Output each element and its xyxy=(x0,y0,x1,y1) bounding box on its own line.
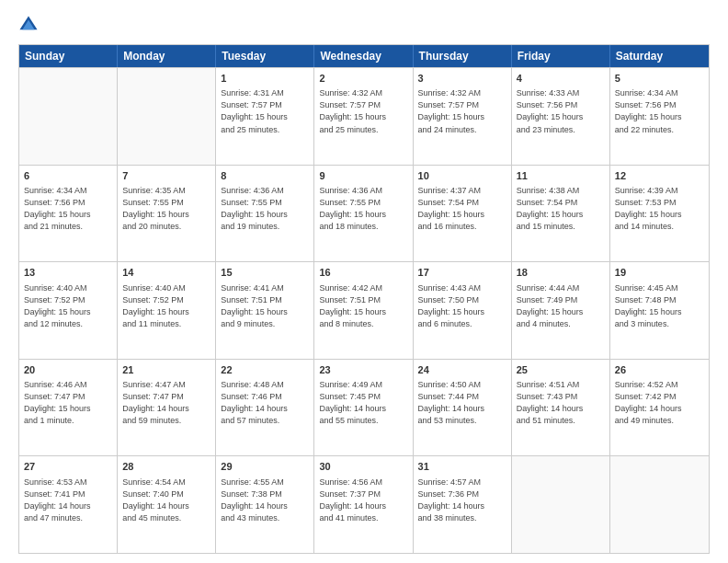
day-detail: Sunrise: 4:52 AMSunset: 7:42 PMDaylight:… xyxy=(615,379,704,427)
day-detail: Sunrise: 4:53 AMSunset: 7:41 PMDaylight:… xyxy=(24,477,112,524)
header-friday: Friday xyxy=(512,45,610,67)
date-number: 2 xyxy=(319,72,407,86)
date-number: 14 xyxy=(122,266,210,280)
day-detail: Sunrise: 4:48 AMSunset: 7:46 PMDaylight:… xyxy=(221,379,309,427)
calendar-day-17: 17Sunrise: 4:43 AMSunset: 7:50 PMDayligh… xyxy=(414,262,512,359)
calendar-week-5: 27Sunrise: 4:53 AMSunset: 7:41 PMDayligh… xyxy=(19,455,709,553)
day-detail: Sunrise: 4:41 AMSunset: 7:51 PMDaylight:… xyxy=(221,282,309,330)
calendar-day-24: 24Sunrise: 4:50 AMSunset: 7:44 PMDayligh… xyxy=(414,360,512,456)
date-number: 20 xyxy=(24,363,112,377)
calendar-day-29: 29Sunrise: 4:55 AMSunset: 7:38 PMDayligh… xyxy=(216,456,314,553)
calendar-day-27: 27Sunrise: 4:53 AMSunset: 7:41 PMDayligh… xyxy=(19,456,118,553)
calendar-day-6: 6Sunrise: 4:34 AMSunset: 7:56 PMDaylight… xyxy=(19,166,118,262)
day-detail: Sunrise: 4:43 AMSunset: 7:50 PMDaylight:… xyxy=(418,282,506,330)
day-detail: Sunrise: 4:36 AMSunset: 7:55 PMDaylight:… xyxy=(319,185,407,233)
date-number: 25 xyxy=(517,363,605,377)
calendar-week-3: 13Sunrise: 4:40 AMSunset: 7:52 PMDayligh… xyxy=(19,261,709,359)
day-detail: Sunrise: 4:32 AMSunset: 7:57 PMDaylight:… xyxy=(319,87,407,135)
date-number: 10 xyxy=(418,169,506,183)
logo xyxy=(18,15,44,35)
calendar-day-31: 31Sunrise: 4:57 AMSunset: 7:36 PMDayligh… xyxy=(414,456,512,553)
calendar-day-7: 7Sunrise: 4:35 AMSunset: 7:55 PMDaylight… xyxy=(118,166,216,262)
calendar-day-26: 26Sunrise: 4:52 AMSunset: 7:42 PMDayligh… xyxy=(610,360,709,456)
calendar-day-30: 30Sunrise: 4:56 AMSunset: 7:37 PMDayligh… xyxy=(314,456,413,553)
calendar-empty-cell xyxy=(118,68,216,165)
calendar-day-22: 22Sunrise: 4:48 AMSunset: 7:46 PMDayligh… xyxy=(216,360,314,456)
date-number: 13 xyxy=(24,266,112,280)
day-detail: Sunrise: 4:49 AMSunset: 7:45 PMDaylight:… xyxy=(319,379,407,427)
date-number: 3 xyxy=(418,72,506,86)
day-detail: Sunrise: 4:45 AMSunset: 7:48 PMDaylight:… xyxy=(615,282,704,330)
day-detail: Sunrise: 4:32 AMSunset: 7:57 PMDaylight:… xyxy=(418,87,506,135)
day-detail: Sunrise: 4:34 AMSunset: 7:56 PMDaylight:… xyxy=(615,87,704,135)
date-number: 12 xyxy=(615,169,704,183)
calendar: SundayMondayTuesdayWednesdayThursdayFrid… xyxy=(18,44,710,554)
date-number: 8 xyxy=(221,169,309,183)
calendar-day-20: 20Sunrise: 4:46 AMSunset: 7:47 PMDayligh… xyxy=(19,360,118,456)
header-wednesday: Wednesday xyxy=(314,45,413,67)
day-detail: Sunrise: 4:33 AMSunset: 7:56 PMDaylight:… xyxy=(517,87,605,135)
date-number: 16 xyxy=(319,266,407,280)
logo-icon xyxy=(18,15,39,35)
day-detail: Sunrise: 4:40 AMSunset: 7:52 PMDaylight:… xyxy=(24,282,112,330)
calendar-week-1: 1Sunrise: 4:31 AMSunset: 7:57 PMDaylight… xyxy=(19,67,709,165)
calendar-day-19: 19Sunrise: 4:45 AMSunset: 7:48 PMDayligh… xyxy=(610,262,709,359)
calendar-day-14: 14Sunrise: 4:40 AMSunset: 7:52 PMDayligh… xyxy=(118,262,216,359)
date-number: 28 xyxy=(122,460,210,474)
day-detail: Sunrise: 4:42 AMSunset: 7:51 PMDaylight:… xyxy=(319,282,407,330)
date-number: 1 xyxy=(221,72,309,86)
header xyxy=(18,15,710,35)
calendar-day-13: 13Sunrise: 4:40 AMSunset: 7:52 PMDayligh… xyxy=(19,262,118,359)
day-detail: Sunrise: 4:55 AMSunset: 7:38 PMDaylight:… xyxy=(221,477,309,524)
calendar-day-5: 5Sunrise: 4:34 AMSunset: 7:56 PMDaylight… xyxy=(610,68,709,165)
day-detail: Sunrise: 4:37 AMSunset: 7:54 PMDaylight:… xyxy=(418,185,506,233)
day-detail: Sunrise: 4:47 AMSunset: 7:47 PMDaylight:… xyxy=(122,379,210,427)
calendar-week-2: 6Sunrise: 4:34 AMSunset: 7:56 PMDaylight… xyxy=(19,165,709,262)
calendar-day-15: 15Sunrise: 4:41 AMSunset: 7:51 PMDayligh… xyxy=(216,262,314,359)
day-detail: Sunrise: 4:36 AMSunset: 7:55 PMDaylight:… xyxy=(221,185,309,233)
date-number: 23 xyxy=(319,363,407,377)
date-number: 11 xyxy=(517,169,605,183)
calendar-header-row: SundayMondayTuesdayWednesdayThursdayFrid… xyxy=(19,45,709,67)
day-detail: Sunrise: 4:57 AMSunset: 7:36 PMDaylight:… xyxy=(418,477,506,524)
date-number: 31 xyxy=(418,460,506,474)
header-sunday: Sunday xyxy=(19,45,118,67)
calendar-day-2: 2Sunrise: 4:32 AMSunset: 7:57 PMDaylight… xyxy=(314,68,413,165)
date-number: 15 xyxy=(221,266,309,280)
date-number: 30 xyxy=(319,460,407,474)
day-detail: Sunrise: 4:40 AMSunset: 7:52 PMDaylight:… xyxy=(122,282,210,330)
header-tuesday: Tuesday xyxy=(216,45,314,67)
date-number: 29 xyxy=(221,460,309,474)
day-detail: Sunrise: 4:56 AMSunset: 7:37 PMDaylight:… xyxy=(319,477,407,524)
day-detail: Sunrise: 4:51 AMSunset: 7:43 PMDaylight:… xyxy=(517,379,605,427)
day-detail: Sunrise: 4:38 AMSunset: 7:54 PMDaylight:… xyxy=(517,185,605,233)
date-number: 7 xyxy=(122,169,210,183)
day-detail: Sunrise: 4:46 AMSunset: 7:47 PMDaylight:… xyxy=(24,379,112,427)
calendar-empty-cell xyxy=(512,456,610,553)
date-number: 9 xyxy=(319,169,407,183)
calendar-body: 1Sunrise: 4:31 AMSunset: 7:57 PMDaylight… xyxy=(19,67,709,553)
day-detail: Sunrise: 4:31 AMSunset: 7:57 PMDaylight:… xyxy=(221,87,309,135)
calendar-day-4: 4Sunrise: 4:33 AMSunset: 7:56 PMDaylight… xyxy=(512,68,610,165)
calendar-empty-cell xyxy=(19,68,118,165)
calendar-day-8: 8Sunrise: 4:36 AMSunset: 7:55 PMDaylight… xyxy=(216,166,314,262)
page: SundayMondayTuesdayWednesdayThursdayFrid… xyxy=(0,0,728,563)
calendar-week-4: 20Sunrise: 4:46 AMSunset: 7:47 PMDayligh… xyxy=(19,359,709,456)
calendar-empty-cell xyxy=(610,456,709,553)
calendar-day-18: 18Sunrise: 4:44 AMSunset: 7:49 PMDayligh… xyxy=(512,262,610,359)
calendar-day-10: 10Sunrise: 4:37 AMSunset: 7:54 PMDayligh… xyxy=(414,166,512,262)
day-detail: Sunrise: 4:35 AMSunset: 7:55 PMDaylight:… xyxy=(122,185,210,233)
calendar-day-16: 16Sunrise: 4:42 AMSunset: 7:51 PMDayligh… xyxy=(314,262,413,359)
calendar-day-12: 12Sunrise: 4:39 AMSunset: 7:53 PMDayligh… xyxy=(610,166,709,262)
calendar-day-23: 23Sunrise: 4:49 AMSunset: 7:45 PMDayligh… xyxy=(314,360,413,456)
day-detail: Sunrise: 4:44 AMSunset: 7:49 PMDaylight:… xyxy=(517,282,605,330)
calendar-day-28: 28Sunrise: 4:54 AMSunset: 7:40 PMDayligh… xyxy=(118,456,216,553)
calendar-day-21: 21Sunrise: 4:47 AMSunset: 7:47 PMDayligh… xyxy=(118,360,216,456)
calendar-day-3: 3Sunrise: 4:32 AMSunset: 7:57 PMDaylight… xyxy=(414,68,512,165)
date-number: 26 xyxy=(615,363,704,377)
date-number: 24 xyxy=(418,363,506,377)
date-number: 17 xyxy=(418,266,506,280)
date-number: 22 xyxy=(221,363,309,377)
day-detail: Sunrise: 4:34 AMSunset: 7:56 PMDaylight:… xyxy=(24,185,112,233)
calendar-day-9: 9Sunrise: 4:36 AMSunset: 7:55 PMDaylight… xyxy=(314,166,413,262)
